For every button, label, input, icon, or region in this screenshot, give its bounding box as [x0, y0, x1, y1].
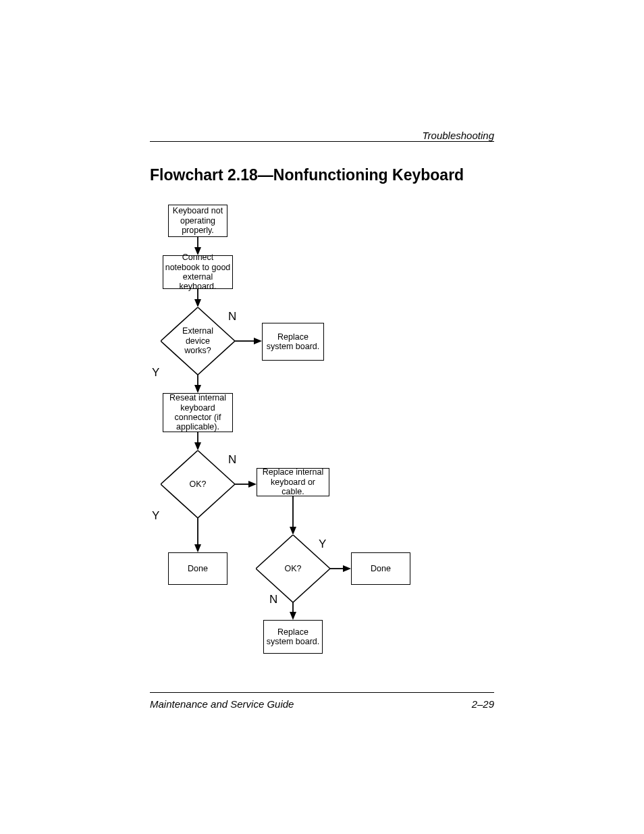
footer-rule — [150, 692, 494, 693]
arrow-d1-no — [235, 338, 262, 344]
replace-sb1-text: Replace system board. — [264, 332, 322, 352]
replace-kb-text: Replace internal keyboard or cable. — [259, 467, 327, 496]
node-connect-text: Connect notebook to good external keyboa… — [165, 253, 231, 292]
decision-ok-1: OK? — [161, 450, 235, 518]
node-start-text: Keyboard not operating properly. — [170, 206, 225, 235]
done1-text: Done — [188, 564, 208, 573]
header-rule — [150, 141, 494, 142]
decision-external-works: External device works? — [161, 307, 235, 375]
svg-marker-17 — [290, 527, 296, 535]
arrow-d2-no — [235, 481, 257, 488]
decision3-text: OK? — [284, 564, 301, 573]
node-replace-system-board-2: Replace system board. — [263, 620, 323, 654]
svg-marker-6 — [254, 338, 262, 344]
node-done-2: Done — [351, 552, 410, 585]
svg-marker-20 — [343, 565, 351, 572]
svg-marker-15 — [194, 544, 201, 552]
decision1-text: External device works? — [174, 326, 221, 355]
arrow-d3-no — [290, 602, 296, 620]
footer-left: Maintenance and Service Guide — [150, 698, 294, 710]
node-done-1: Done — [168, 552, 227, 585]
node-connect-external: Connect notebook to good external keyboa… — [163, 255, 233, 289]
reseat-text: Reseat internal keyboard connector (if a… — [165, 393, 231, 432]
arrow-d3-yes — [330, 565, 351, 572]
label-d3-yes: Y — [319, 538, 326, 551]
page: Troubleshooting Flowchart 2.18—Nonfuncti… — [0, 0, 644, 834]
arrow-d1-yes — [194, 375, 201, 393]
svg-marker-10 — [194, 442, 201, 450]
label-d1-yes: Y — [152, 366, 159, 380]
label-d2-no: N — [228, 453, 236, 467]
svg-marker-13 — [248, 481, 257, 488]
arrow-reseat-to-decision2 — [194, 432, 201, 450]
page-title: Flowchart 2.18—Nonfunctioning Keyboard — [150, 166, 464, 184]
node-replace-keyboard: Replace internal keyboard or cable. — [257, 468, 329, 496]
footer-right: 2–29 — [472, 698, 494, 710]
replace-sb2-text: Replace system board. — [265, 627, 321, 647]
arrow-connect-to-decision1 — [194, 289, 201, 307]
decision2-text: OK? — [189, 479, 206, 489]
label-d2-yes: Y — [152, 509, 159, 523]
arrow-replacekb-to-decision3 — [290, 496, 296, 535]
arrow-d2-yes — [194, 518, 201, 552]
node-replace-system-board-1: Replace system board. — [262, 323, 324, 361]
label-d3-no: N — [269, 593, 277, 606]
running-head: Troubleshooting — [150, 130, 494, 141]
svg-marker-3 — [194, 299, 201, 307]
node-start: Keyboard not operating properly. — [168, 205, 227, 237]
done2-text: Done — [371, 564, 391, 573]
label-d1-no: N — [228, 310, 236, 323]
svg-marker-22 — [290, 612, 296, 620]
svg-marker-8 — [194, 385, 201, 393]
node-reseat-connector: Reseat internal keyboard connector (if a… — [163, 393, 233, 432]
